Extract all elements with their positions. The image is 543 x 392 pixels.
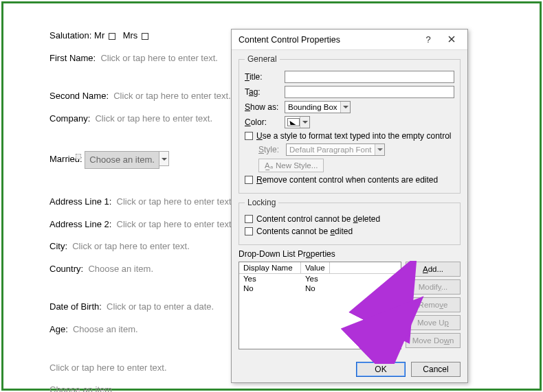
salutation-mr: Mr <box>94 30 104 41</box>
salutation-row: Salutation: Mr Mrs <box>49 30 234 41</box>
dialog-title: Content Control Properties <box>239 35 417 45</box>
first-name-label: First Name: <box>49 53 96 63</box>
ok-button[interactable]: OK <box>356 362 406 377</box>
checkbox-icon <box>245 132 253 140</box>
general-legend: General <box>245 54 280 64</box>
second-name-field[interactable]: Click or tap here to enter text. <box>113 91 231 101</box>
modify-button: Modify... <box>406 279 461 295</box>
list-item[interactable]: Yes Yes <box>239 274 401 284</box>
list-item[interactable]: No No <box>239 284 401 293</box>
new-style-button: A̲ₐ New Style... <box>258 159 324 172</box>
age-field[interactable]: Choose an item. <box>73 324 138 334</box>
locking-group: Locking Content control cannot be delete… <box>239 198 461 245</box>
color-swatch-icon <box>287 118 300 126</box>
color-picker[interactable] <box>285 116 310 128</box>
title-input[interactable] <box>285 71 454 83</box>
extra-text-field[interactable]: Click or tap here to enter text. <box>49 362 167 373</box>
chevron-down-icon[interactable] <box>340 102 350 113</box>
first-name-field[interactable]: Click or tap here to enter text. <box>100 53 218 63</box>
general-group: General Title: Tag: Show as: Bounding Bo… <box>239 54 461 194</box>
addr1-field[interactable]: Click or tap here to enter text. <box>117 196 234 207</box>
add-button[interactable]: Add... <box>406 262 461 277</box>
cancel-button[interactable]: Cancel <box>411 362 461 377</box>
salutation-mrs: Mrs <box>123 30 138 41</box>
dd-legend: Drop-Down List Properties <box>239 249 461 259</box>
chevron-down-icon[interactable] <box>300 117 309 128</box>
dropdown-list-properties: Drop-Down List Properties Display Name V… <box>239 249 461 349</box>
city-field[interactable]: Click or tap here to enter text. <box>72 241 190 251</box>
close-icon <box>448 36 455 43</box>
tag-input[interactable] <box>285 86 454 98</box>
col-display: Display Name <box>239 262 301 273</box>
checkbox-icon <box>245 215 253 223</box>
style-value: Default Paragraph Font <box>287 146 375 154</box>
chevron-down-icon <box>375 144 384 155</box>
married-dropdown[interactable]: Choose an item. <box>85 151 169 169</box>
showas-combo[interactable]: Bounding Box <box>285 101 351 113</box>
salutation-label: Salutation: <box>49 30 91 41</box>
document-body: Salutation: Mr Mrs First Name: Click or … <box>49 30 234 392</box>
style-label: Style: <box>258 145 286 154</box>
checkbox-icon <box>245 227 253 235</box>
checkbox-icon <box>245 176 253 184</box>
showas-value: Bounding Box <box>285 103 340 111</box>
second-name-label: Second Name: <box>49 91 109 101</box>
use-style-check[interactable]: Use a style to format text typed into th… <box>245 131 454 141</box>
lock-delete-check[interactable]: Content control cannot be deleted <box>245 214 454 224</box>
locking-legend: Locking <box>245 198 278 207</box>
company-field[interactable]: Click or tap here to enter text. <box>95 113 212 124</box>
remove-button: Remove <box>406 297 461 312</box>
city-label: City: <box>49 241 67 251</box>
style-combo: Default Paragraph Font <box>286 143 385 156</box>
country-field[interactable]: Choose an item. <box>88 264 153 274</box>
dob-label: Date of Birth: <box>49 301 102 312</box>
extra-choose-field[interactable]: Choose an item <box>49 384 112 392</box>
help-button[interactable]: ? <box>417 31 440 49</box>
company-label: Company: <box>49 113 90 124</box>
content-control-properties-dialog: Content Control Properties ? General Tit… <box>231 29 468 383</box>
age-label: Age: <box>49 324 68 334</box>
addr2-label: Address Line 2: <box>49 219 111 229</box>
showas-label: Show as: <box>245 102 285 112</box>
married-dropdown-value: Choose an item. <box>85 151 159 169</box>
title-label: Title: <box>245 72 285 82</box>
lock-edit-check[interactable]: Contents cannot be edited <box>245 227 454 236</box>
content-control-handle-icon <box>76 154 81 159</box>
color-label: Color: <box>245 117 285 127</box>
move-up-button: Move Up <box>406 315 461 330</box>
move-down-button: Move Down <box>406 333 461 348</box>
col-value: Value <box>301 262 330 273</box>
tag-label: Tag: <box>245 87 285 97</box>
addr1-label: Address Line 1: <box>49 196 111 207</box>
close-button[interactable] <box>440 31 463 49</box>
dob-field[interactable]: Click or tap to enter a date. <box>107 301 214 312</box>
dropdown-listbox[interactable]: Display Name Value Yes Yes No No <box>239 262 401 349</box>
addr2-field[interactable]: Click or tap here to enter text. <box>117 219 234 229</box>
country-label: Country: <box>49 264 83 274</box>
style-icon: A̲ₐ <box>265 161 273 170</box>
checkbox-mrs[interactable] <box>142 33 148 40</box>
checkbox-mr[interactable] <box>109 33 115 40</box>
remove-on-edit-check[interactable]: Remove content control when contents are… <box>245 175 454 185</box>
dialog-titlebar[interactable]: Content Control Properties ? <box>232 30 467 50</box>
chevron-down-icon[interactable] <box>159 151 169 166</box>
